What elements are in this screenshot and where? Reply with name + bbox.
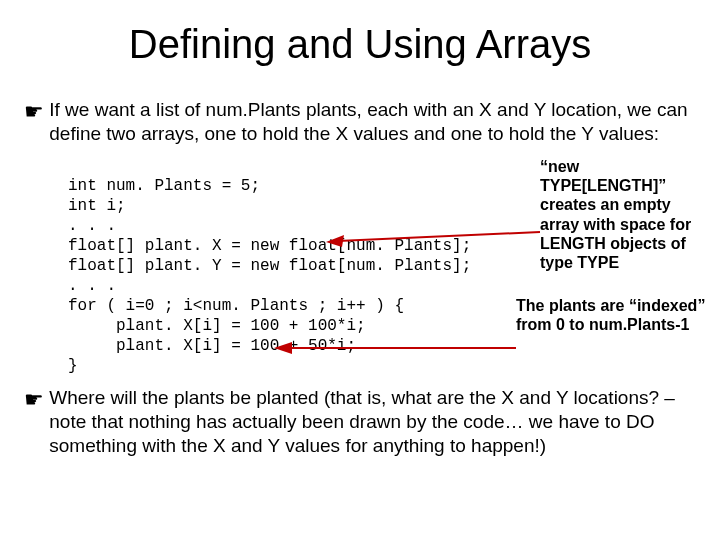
slide: Defining and Using Arrays ☛ If we want a… <box>0 0 720 540</box>
code-block: int num. Plants = 5; int i; . . . float[… <box>68 176 471 376</box>
bullet-icon: ☛ <box>24 386 44 414</box>
bullet-2: ☛ Where will the plants be planted (that… <box>24 386 696 457</box>
annotation-new-type: “new TYPE[LENGTH]” creates an empty arra… <box>540 157 700 272</box>
bullet-2-text: Where will the plants be planted (that i… <box>49 386 691 457</box>
slide-title: Defining and Using Arrays <box>0 22 720 67</box>
bullet-1: ☛ If we want a list of num.Plants plants… <box>24 98 696 146</box>
annotation-indexed: The plants are “indexed” from 0 to num.P… <box>516 296 706 334</box>
bullet-icon: ☛ <box>24 98 44 126</box>
bullet-1-text: If we want a list of num.Plants plants, … <box>49 98 691 146</box>
